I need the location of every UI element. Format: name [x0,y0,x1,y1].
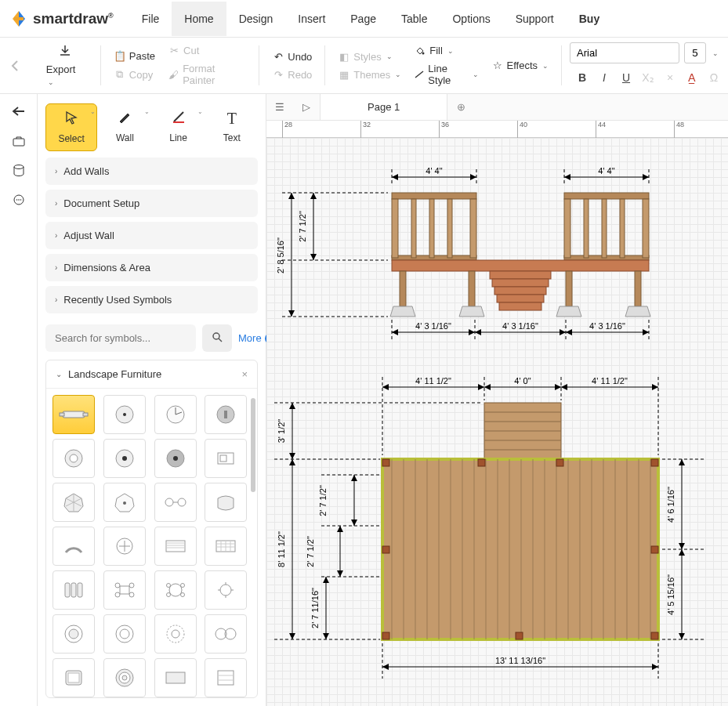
scrollbar[interactable] [251,398,255,492]
italic-button[interactable]: I [598,71,610,84]
tool-text[interactable]: T Text [206,103,258,151]
dim-top-right: 4' 4" [564,166,649,185]
symbol-item[interactable] [53,570,95,610]
symbol-item[interactable] [53,395,95,434]
close-icon[interactable]: × [241,368,248,380]
symbol-item[interactable] [154,527,197,566]
svg-marker-119 [560,329,566,335]
font-size-dropdown[interactable]: ⌄ [712,49,719,57]
symbol-item[interactable] [103,614,146,654]
format-painter-button[interactable]: 🖌 Format Painter [163,60,251,89]
omega-button[interactable]: Ω [708,71,720,84]
back-icon[interactable] [11,103,27,119]
symbol-item[interactable] [154,439,197,478]
menu-page[interactable]: Page [338,2,389,36]
menu-support[interactable]: Support [503,2,567,36]
symbol-item[interactable] [154,658,197,697]
canvas[interactable]: 4' 4" 4' 4" 2' [266,138,728,706]
play-icon[interactable]: ▷ [293,101,320,113]
svg-marker-199 [337,570,343,577]
svg-rect-11 [83,413,88,416]
effects-button[interactable]: ☆ Effects⌄ [487,57,554,74]
database-icon[interactable] [11,163,27,179]
chat-icon[interactable] [11,193,27,208]
font-family-select[interactable] [570,42,679,63]
ribbon-back[interactable] [0,38,31,93]
symbol-item[interactable] [154,395,197,434]
redo-button[interactable]: ↷ Redo [267,67,317,83]
symbol-item[interactable] [154,614,197,654]
symbol-item[interactable] [205,483,247,522]
bucket-icon [414,45,426,56]
symbol-item[interactable] [53,658,95,697]
font-size-input[interactable] [684,42,706,63]
symbol-item[interactable] [154,483,197,522]
menu-buy[interactable]: Buy [567,2,612,36]
menu-table[interactable]: Table [389,2,440,36]
workspace: Select ⌄ Wall ⌄ Line [0,94,728,706]
menu-design[interactable]: Design [226,2,286,36]
strikethrough-button[interactable]: × [664,71,676,84]
symbol-item[interactable] [53,527,95,566]
search-button[interactable] [202,324,232,352]
symbol-item[interactable] [103,570,146,610]
add-page-button[interactable]: ⊕ [447,101,474,113]
outline-icon[interactable]: ☰ [266,101,293,113]
svg-rect-59 [218,671,234,685]
svg-rect-70 [584,199,589,258]
toolbox-icon[interactable] [11,133,27,149]
scissors-icon: ✂ [168,45,180,56]
export-button[interactable]: Export ⌄ [38,41,92,90]
menu-insert[interactable]: Insert [285,2,338,36]
paste-button[interactable]: 📋 Paste [109,48,160,64]
undo-button[interactable]: ↶ Undo [267,49,317,65]
menu-options[interactable]: Options [440,2,502,36]
symbol-item[interactable] [205,395,247,434]
bold-button[interactable]: B [576,71,589,84]
subscript-button[interactable]: X₂ [642,71,654,84]
page-tab-1[interactable]: Page 1 [320,94,447,120]
symbol-item[interactable] [205,527,247,566]
tool-text-label: Text [223,132,241,143]
select-dropdown[interactable]: ⌄ [90,108,96,115]
underline-button[interactable]: U [620,71,632,84]
cut-button[interactable]: ✂ Cut [163,42,251,59]
themes-button[interactable]: ▦ Themes⌄ [333,67,406,83]
acc-adjust-wall-label: Adjust Wall [63,230,114,241]
menu-home[interactable]: Home [172,2,226,36]
chevron-down-icon[interactable]: ⌄ [56,370,62,378]
svg-point-26 [165,498,173,506]
symbol-item[interactable] [205,570,247,610]
wall-dropdown[interactable]: ⌄ [144,108,150,115]
line-style-button[interactable]: Line Style⌄ [409,60,483,89]
symbol-item[interactable] [103,439,146,478]
symbol-item[interactable] [205,614,247,654]
logo-text: smartdraw® [33,10,114,27]
symbol-item[interactable] [53,614,95,654]
copy-button[interactable]: ⧉ Copy [109,66,160,83]
symbol-item[interactable] [103,483,146,522]
acc-document-setup[interactable]: ›Document Setup [45,190,258,217]
fill-button[interactable]: Fill⌄ [409,42,483,59]
styles-button[interactable]: ◧ Styles⌄ [333,49,406,65]
svg-marker-108 [288,193,295,199]
symbol-item[interactable] [53,483,95,522]
symbol-item[interactable] [103,658,146,697]
svg-rect-159 [651,459,658,466]
symbol-item[interactable] [205,658,247,697]
search-input[interactable] [45,324,196,352]
symbol-item[interactable] [103,527,146,566]
symbol-item[interactable] [53,439,95,478]
acc-add-walls[interactable]: ›Add Walls [45,157,258,185]
menu-file[interactable]: File [129,2,172,36]
symbol-item[interactable] [103,395,146,434]
symbol-item[interactable] [154,570,197,610]
acc-adjust-wall[interactable]: ›Adjust Wall [45,222,258,249]
acc-dimensions-area[interactable]: ›Dimensions & Area [45,254,258,281]
svg-marker-175 [652,384,658,390]
acc-recent-symbols[interactable]: ›Recently Used Symbols [45,286,258,313]
symbol-item[interactable] [205,439,247,478]
line-dropdown[interactable]: ⌄ [197,108,203,115]
font-color-button[interactable]: A̲ [686,71,698,84]
svg-point-39 [169,584,182,596]
